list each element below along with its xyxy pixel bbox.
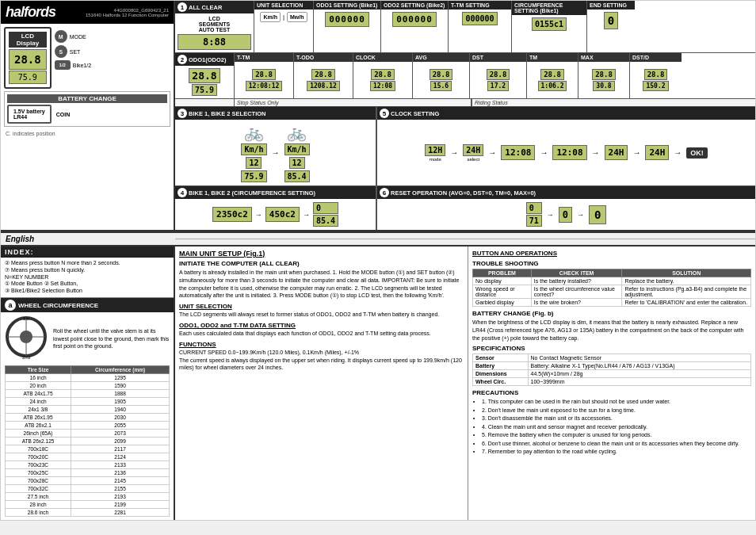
clock-12h: 12H xyxy=(425,144,445,156)
avg-top: 28.8 xyxy=(430,69,453,80)
index-content: ② Means press button N more than 2 secon… xyxy=(1,258,174,297)
main-setup-label: MAIN UNIT SETUP (Fig.1) xyxy=(179,250,464,258)
stop-status-label: Stop Status Only xyxy=(235,99,472,106)
tire-table-row: ATB 26x1.952030 xyxy=(6,414,170,422)
lcd-sub-screen: 75.9 xyxy=(9,71,47,84)
sec2-dst-cell: DST 28.8 17.2 xyxy=(470,53,527,98)
middle-divider: English xyxy=(1,231,755,246)
dst-top: 28.8 xyxy=(487,69,510,80)
wheel-circle-container: 2nd 1st xyxy=(5,315,48,362)
top-section: halfords 44G000802_G690423_21 151640 Hal… xyxy=(1,1,755,231)
initiate-text: A battery is already installed in the ma… xyxy=(179,269,464,300)
trouble-row: No displayIs the battery installed?Repla… xyxy=(473,277,751,285)
sec1-title: ALL CLEAR xyxy=(189,4,222,11)
controls-diagram: LCDDisplay 28.8 75.9 M MODE S SET xyxy=(1,24,174,141)
precaution-item: 1. This computer can be used in the rain… xyxy=(482,398,751,407)
initiate-title: INITIATE THE COMPUTER (ALL CLEAR) xyxy=(179,260,464,267)
precautions-list: 1. This computer can be used in the rain… xyxy=(472,398,751,457)
dstd-tab: DST/D xyxy=(630,53,682,62)
precautions-title: PRECAUTIONS xyxy=(472,389,751,396)
status-row: Stop Status Only Riding Status xyxy=(175,99,755,107)
circ-display3: 0 85.4 xyxy=(313,202,338,227)
kmh-option[interactable]: Km/h xyxy=(260,12,281,22)
precaution-item: 4. Clean the main unit and sensor magnet… xyxy=(482,423,751,432)
ttm-content: 000000 xyxy=(449,10,511,28)
ttm-display: 000000 xyxy=(462,12,497,25)
circ-setting-display1: 2350c2 xyxy=(212,207,252,222)
clock-d2: 24H select xyxy=(463,144,483,162)
trouble-title: TROUBLE SHOOTING xyxy=(472,260,751,267)
reset-d3: 0 xyxy=(589,205,606,224)
wheel-diagram: 2nd 1st Roll the wheel until the valve s… xyxy=(5,315,170,362)
index-item-2: ⑦ Means press button N quickly. xyxy=(5,267,170,273)
ttm-header: T-TM SETTING xyxy=(449,1,511,10)
clock-mode1: mode xyxy=(430,157,441,162)
ok-button[interactable]: OK! xyxy=(686,147,708,159)
odo2-display: 000000 xyxy=(392,12,437,27)
dst-bot: 17.2 xyxy=(487,81,509,91)
circ-header: CIRCUMFERENCE SETTING (Bike1) xyxy=(512,1,586,15)
tire-table-row: 700x32C2155 xyxy=(6,485,170,493)
odo-text: Each uses calculated data that displays … xyxy=(179,330,464,338)
tm-display-top: 28.8 xyxy=(540,69,564,80)
sec6-header: 6 RESET OPERATION (AVG=0, DST=0, TM=0, M… xyxy=(377,186,755,199)
sec2-title: ODO1(ODO2) xyxy=(189,56,227,63)
dstd-top: 28.8 xyxy=(644,69,668,80)
mwh-option[interactable]: Mw/h xyxy=(287,12,307,22)
sec5-header: 5 CLOCK SETTING xyxy=(377,107,755,120)
sec5-title: CLOCK SETTING xyxy=(391,110,439,117)
buttons-area: M MODE S SET 1/2 Bike1/2 xyxy=(55,30,91,70)
clock-d1: 12H mode xyxy=(425,144,445,162)
tire-table-row: 700x23C2133 xyxy=(6,461,170,469)
arrow-between: → xyxy=(272,148,280,157)
tire-ref-table: Tire Size Circumference (mm) 16 inch1295… xyxy=(5,365,170,517)
set-button-label: SET xyxy=(70,49,81,55)
unit-sel-header: UNIT SELECTION xyxy=(254,1,313,10)
row1: 1 ALL CLEAR LCDSEGMENTSAUTO TEST 8:88 UN… xyxy=(175,1,755,53)
clock-d3: 12:08 xyxy=(501,145,535,160)
avg-tab: AVG xyxy=(413,53,469,62)
clock-24h-2: 24H xyxy=(605,145,628,160)
index-item-3: N=KEY NUMBER xyxy=(5,274,170,280)
wheel-title: WHEEL CIRCUMFERENCE xyxy=(18,302,98,309)
mode-button-icon[interactable]: M xyxy=(55,30,67,43)
index-item-1: ② Means press button N more than 2 secon… xyxy=(5,260,170,266)
odo1-display: 000000 xyxy=(325,12,369,27)
sec4-num: 4 xyxy=(178,188,187,197)
sec2-clock-cell: CLOCK 28.8 12:08 xyxy=(353,53,413,98)
bike2-display: 🚲 Km/h 12 85.4 xyxy=(284,123,310,182)
lcd-segments-label: LCDSEGMENTSAUTO TEST xyxy=(178,16,251,32)
left-bottom: INDEX: ② Means press button N more than … xyxy=(1,246,175,520)
sec3-header: 3 BIKE 1, BIKE 2 SELECTION xyxy=(175,107,376,120)
index-title: INDEX: xyxy=(1,246,174,258)
sec4-content: 2350c2 → 450c2 → 0 85.4 xyxy=(175,199,376,230)
bike2-speed-bot: 85.4 xyxy=(284,170,310,182)
tire-table-row: 28 inch2199 xyxy=(6,501,170,509)
end-display: 0 xyxy=(604,12,618,29)
bike-select-icon[interactable]: 1/2 xyxy=(55,60,71,70)
wheel-content: 2nd 1st Roll the wheel until the valve s… xyxy=(1,312,174,520)
battery-section: BATTERY CHANGE 1.5V battery LR44 COIN xyxy=(4,91,170,127)
sec3-cell: 3 BIKE 1, BIKE 2 SELECTION 🚲 Km/h 12 75.… xyxy=(175,107,377,185)
circ-display: 0155c1 xyxy=(532,17,567,31)
tire-table-row: 700x25C2136 xyxy=(6,469,170,477)
odo2-content: 000000 xyxy=(381,10,448,29)
sec1-num: 1 xyxy=(178,2,187,12)
row3: 3 BIKE 1, BIKE 2 SELECTION 🚲 Km/h 12 75.… xyxy=(175,107,755,186)
brand-logo: halfords xyxy=(6,4,55,21)
avg-bot: 15.6 xyxy=(430,81,452,91)
right-panel: 1 ALL CLEAR LCDSEGMENTSAUTO TEST 8:88 UN… xyxy=(175,1,755,230)
index-item-5: ③ Bike1/Bike2 Selection Button xyxy=(5,288,170,294)
tire-table-row: 700x28C2145 xyxy=(6,477,170,485)
sec5-content: 12H mode → 24H select → 12:08 → xyxy=(377,120,755,185)
precaution-item: 7. Remember to pay attention to the road… xyxy=(482,448,751,457)
mode-button-label: MODE xyxy=(70,34,86,40)
odo2-header: ODO2 SETTING (Bike2) xyxy=(381,1,448,10)
riding-status-label: Riding Status xyxy=(472,99,755,106)
sec1-header: 1 ALL CLEAR xyxy=(175,1,254,13)
wheel-svg: 2nd 1st xyxy=(5,315,48,359)
set-button-icon[interactable]: S xyxy=(55,45,67,58)
end-cell: END SETTING 0 xyxy=(587,1,635,52)
seg-display: 8:88 xyxy=(178,34,251,50)
wheel-desc: Roll the wheel until the valve stem is a… xyxy=(53,327,170,350)
